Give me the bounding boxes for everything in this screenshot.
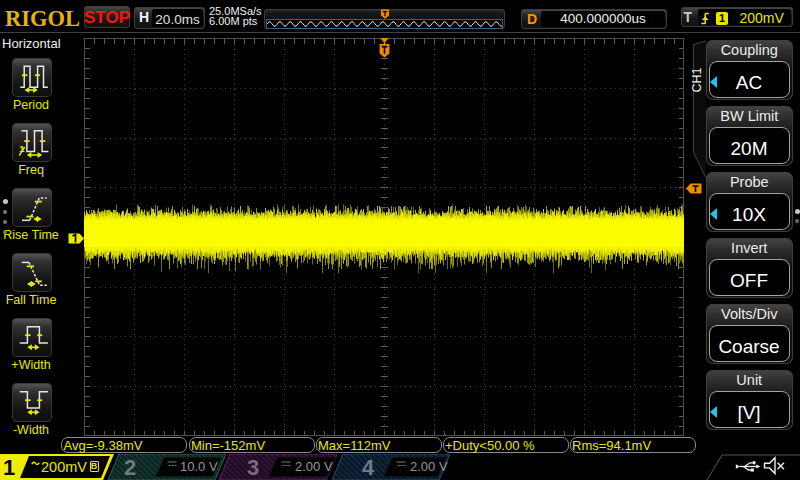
svg-text:CH1: CH1 [690, 67, 704, 92]
